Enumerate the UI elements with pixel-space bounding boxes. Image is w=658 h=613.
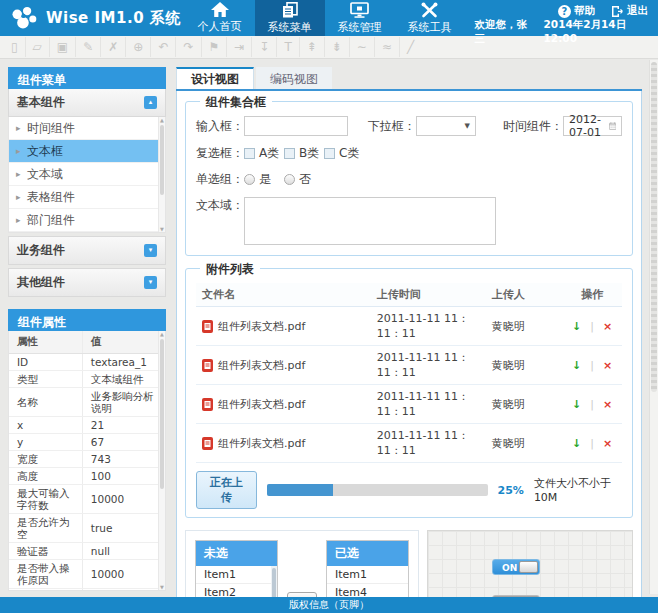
toggle-knob[interactable] bbox=[519, 561, 538, 573]
item-caret-icon: ▸ bbox=[16, 145, 21, 157]
tab-design-view[interactable]: 设计视图 bbox=[176, 67, 254, 89]
dropdown-select[interactable]: ▼ bbox=[416, 116, 476, 136]
page-scrollbar[interactable] bbox=[649, 60, 658, 594]
delete-icon[interactable]: × bbox=[603, 398, 612, 411]
properties-scrollbar[interactable]: ▲ ▼ bbox=[158, 331, 165, 590]
help-button[interactable]: ? 帮助 bbox=[558, 4, 595, 18]
table-row[interactable]: 高度100 bbox=[9, 468, 165, 485]
menu-item-time-component[interactable]: ▸ 时间组件 bbox=[9, 117, 165, 140]
toggle-on-switch[interactable]: ON bbox=[492, 559, 540, 575]
text-icon[interactable]: T bbox=[277, 37, 299, 57]
delete-icon[interactable]: × bbox=[603, 359, 612, 372]
ops-divider: | bbox=[590, 320, 594, 333]
table-row[interactable]: IDtextarea_1 bbox=[9, 354, 165, 371]
scroll-down-icon[interactable]: ▼ bbox=[159, 584, 165, 590]
accordion-business-components[interactable]: 业务组件 ▾ bbox=[8, 236, 166, 265]
header-right: ? 帮助 退出 欢迎您，张三 2014年2月14日 12:00 bbox=[465, 0, 658, 36]
scroll-up-icon[interactable]: ▲ bbox=[159, 331, 165, 337]
delete-icon[interactable]: × bbox=[603, 437, 612, 450]
checkbox-class-a[interactable]: A类 bbox=[244, 145, 281, 162]
file-name-link[interactable]: 组件列表文档.pdf bbox=[218, 358, 305, 373]
uploading-button[interactable]: 正在上传 bbox=[196, 471, 257, 509]
table-row[interactable]: 验证器null bbox=[9, 543, 165, 560]
download-icon[interactable]: ↧ bbox=[252, 37, 277, 57]
undo-icon[interactable]: ↶ bbox=[151, 37, 176, 57]
menu-item-department-component[interactable]: ▸ 部门组件 bbox=[9, 209, 165, 232]
menu-item-textbox[interactable]: ▸ 文本框 bbox=[9, 140, 165, 163]
radio-no[interactable]: 否 bbox=[284, 171, 321, 188]
date-picker[interactable]: 2012-07-01 bbox=[563, 116, 622, 136]
save-icon[interactable]: ▣ bbox=[50, 37, 76, 57]
uploader: 黄晓明 bbox=[486, 307, 563, 346]
upload-time: 2011-11-11 11：11：11 bbox=[371, 346, 486, 385]
nav-item-system-menu[interactable]: 系统菜单 bbox=[255, 0, 325, 36]
table-row: 组件列表文档.pdf 2011-11-11 11：11：11 黄晓明 ↓|× bbox=[196, 346, 622, 385]
textarea-field[interactable] bbox=[244, 197, 496, 245]
doc-down-icon[interactable]: ⇟ bbox=[325, 37, 350, 57]
checkbox-icon[interactable] bbox=[324, 148, 335, 159]
menu-item-label: 部门组件 bbox=[27, 213, 75, 227]
selected-list-title: 已选 bbox=[327, 541, 408, 566]
scroll-down-icon[interactable]: ▼ bbox=[159, 226, 165, 232]
nav-item-personal-home[interactable]: 个人首页 bbox=[185, 0, 255, 36]
checkbox-class-b[interactable]: B类 bbox=[284, 145, 321, 162]
nav-item-system-management[interactable]: 系统管理 bbox=[325, 0, 395, 36]
accordion-basic-components[interactable]: 基本组件 ▴ bbox=[8, 89, 166, 117]
menu-item-textarea[interactable]: ▸ 文本域 bbox=[9, 163, 165, 186]
list-item[interactable]: Item1 bbox=[196, 566, 277, 584]
checkbox-icon[interactable] bbox=[244, 148, 255, 159]
doc-up-icon[interactable]: ⇞ bbox=[300, 37, 325, 57]
redo-icon[interactable]: ↷ bbox=[176, 37, 201, 57]
download-icon[interactable]: ↓ bbox=[572, 437, 581, 450]
text-input[interactable] bbox=[244, 116, 348, 136]
accordion-other-components[interactable]: 其他组件 ▾ bbox=[8, 268, 166, 297]
new-doc-icon[interactable]: ▯ bbox=[4, 37, 26, 57]
table-row[interactable]: x21 bbox=[9, 417, 165, 434]
app-logo: Wise IM1.0 系统 bbox=[0, 0, 185, 36]
menu-item-table-component[interactable]: ▸ 表格组件 bbox=[9, 186, 165, 209]
table-row[interactable]: 类型文本域组件 bbox=[9, 371, 165, 388]
edit-doc-icon[interactable]: ✎ bbox=[76, 37, 101, 57]
table-row[interactable]: 名称业务影响分析说明 bbox=[9, 388, 165, 417]
download-icon[interactable]: ↓ bbox=[572, 398, 581, 411]
file-name-link[interactable]: 组件列表文档.pdf bbox=[218, 436, 305, 451]
publish-icon[interactable]: ⊕ bbox=[126, 37, 151, 57]
expand-icon[interactable]: ▾ bbox=[144, 276, 157, 289]
delete-icon[interactable]: ✗ bbox=[101, 37, 126, 57]
table-row[interactable]: y67 bbox=[9, 434, 165, 451]
download-icon[interactable]: ↓ bbox=[572, 320, 581, 333]
uploader: 黄晓明 bbox=[486, 385, 563, 424]
radio-icon[interactable] bbox=[244, 174, 255, 185]
indent-icon[interactable]: ⇥ bbox=[227, 37, 252, 57]
curve-icon[interactable]: ≈ bbox=[375, 37, 400, 57]
table-row[interactable]: 最大可输入字符数10000 bbox=[9, 485, 165, 514]
tab-code-view[interactable]: 编码视图 bbox=[256, 67, 332, 89]
file-name-link[interactable]: 组件列表文档.pdf bbox=[218, 319, 305, 334]
expand-icon[interactable]: ▾ bbox=[144, 244, 157, 257]
main-nav: 个人首页 系统菜单 系统管理 bbox=[185, 0, 465, 36]
table-row[interactable]: 宽度743 bbox=[9, 451, 165, 468]
list-item[interactable]: Item1 bbox=[327, 566, 408, 584]
radio-icon[interactable] bbox=[284, 174, 295, 185]
delete-icon[interactable]: × bbox=[603, 320, 612, 333]
menu-scrollbar[interactable]: ▲ ▼ bbox=[158, 117, 165, 232]
download-icon[interactable]: ↓ bbox=[572, 359, 581, 372]
flag-icon[interactable]: ⚑ bbox=[202, 37, 228, 57]
checkbox-class-c[interactable]: C类 bbox=[324, 145, 361, 162]
table-row[interactable]: 是否带入操作原因10000 bbox=[9, 560, 165, 589]
calendar-icon[interactable] bbox=[609, 120, 616, 132]
table-row[interactable]: 是否允许为空true bbox=[9, 589, 165, 592]
upload-time: 2011-11-11 11：11：11 bbox=[371, 424, 486, 463]
line-icon[interactable]: ∼ bbox=[350, 37, 375, 57]
open-folder-icon[interactable]: ▱ bbox=[26, 37, 50, 57]
table-row[interactable]: 是否允许为空true bbox=[9, 514, 165, 543]
nav-item-system-tools[interactable]: 系统工具 bbox=[395, 0, 465, 36]
attachment-list-fieldset: 附件列表 文件名 上传时间 上传人 操作 组件列表 bbox=[185, 268, 633, 518]
collapse-icon[interactable]: ▴ bbox=[144, 96, 157, 109]
file-name-link[interactable]: 组件列表文档.pdf bbox=[218, 397, 305, 412]
radio-yes[interactable]: 是 bbox=[244, 171, 281, 188]
pencil-icon[interactable]: ╱ bbox=[400, 37, 421, 57]
checkbox-icon[interactable] bbox=[284, 148, 295, 159]
scroll-up-icon[interactable]: ▲ bbox=[159, 117, 165, 123]
logout-button[interactable]: 退出 bbox=[611, 4, 648, 18]
